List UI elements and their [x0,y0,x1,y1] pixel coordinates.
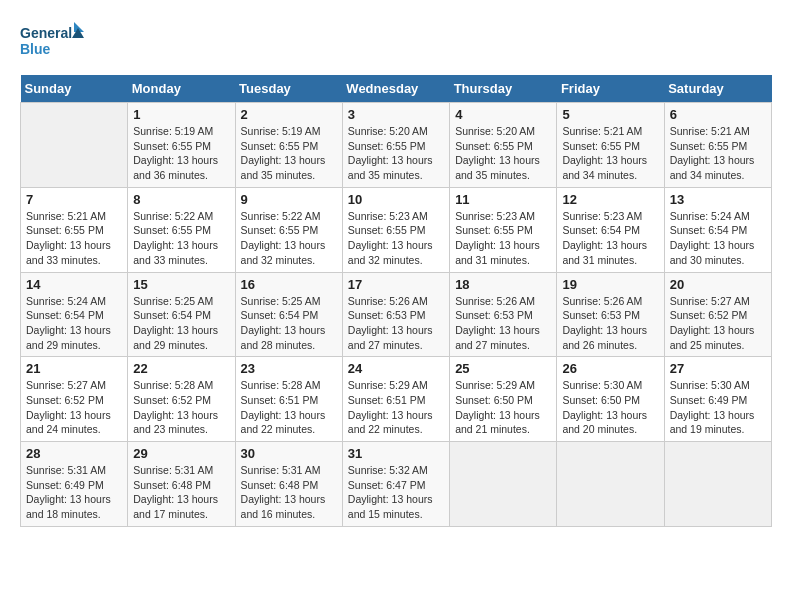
day-number: 5 [562,107,658,122]
svg-marker-3 [72,28,84,38]
day-number: 23 [241,361,337,376]
day-info: Sunrise: 5:27 AMSunset: 6:52 PMDaylight:… [670,294,766,353]
day-number: 17 [348,277,444,292]
header-day-saturday: Saturday [664,75,771,103]
calendar-cell: 12Sunrise: 5:23 AMSunset: 6:54 PMDayligh… [557,187,664,272]
day-info: Sunrise: 5:30 AMSunset: 6:49 PMDaylight:… [670,378,766,437]
day-number: 30 [241,446,337,461]
calendar-cell: 27Sunrise: 5:30 AMSunset: 6:49 PMDayligh… [664,357,771,442]
calendar-cell: 23Sunrise: 5:28 AMSunset: 6:51 PMDayligh… [235,357,342,442]
calendar-header-row: SundayMondayTuesdayWednesdayThursdayFrid… [21,75,772,103]
day-number: 24 [348,361,444,376]
calendar-cell [21,103,128,188]
day-info: Sunrise: 5:31 AMSunset: 6:48 PMDaylight:… [241,463,337,522]
day-number: 13 [670,192,766,207]
day-number: 26 [562,361,658,376]
day-info: Sunrise: 5:23 AMSunset: 6:54 PMDaylight:… [562,209,658,268]
day-number: 3 [348,107,444,122]
calendar-cell: 26Sunrise: 5:30 AMSunset: 6:50 PMDayligh… [557,357,664,442]
calendar-table: SundayMondayTuesdayWednesdayThursdayFrid… [20,75,772,527]
day-info: Sunrise: 5:28 AMSunset: 6:51 PMDaylight:… [241,378,337,437]
calendar-cell: 17Sunrise: 5:26 AMSunset: 6:53 PMDayligh… [342,272,449,357]
calendar-cell: 3Sunrise: 5:20 AMSunset: 6:55 PMDaylight… [342,103,449,188]
day-number: 31 [348,446,444,461]
calendar-cell: 9Sunrise: 5:22 AMSunset: 6:55 PMDaylight… [235,187,342,272]
header-day-wednesday: Wednesday [342,75,449,103]
calendar-cell: 4Sunrise: 5:20 AMSunset: 6:55 PMDaylight… [450,103,557,188]
day-info: Sunrise: 5:32 AMSunset: 6:47 PMDaylight:… [348,463,444,522]
day-number: 2 [241,107,337,122]
header-day-sunday: Sunday [21,75,128,103]
calendar-cell: 7Sunrise: 5:21 AMSunset: 6:55 PMDaylight… [21,187,128,272]
day-info: Sunrise: 5:31 AMSunset: 6:49 PMDaylight:… [26,463,122,522]
day-info: Sunrise: 5:20 AMSunset: 6:55 PMDaylight:… [455,124,551,183]
day-number: 25 [455,361,551,376]
calendar-cell: 10Sunrise: 5:23 AMSunset: 6:55 PMDayligh… [342,187,449,272]
day-number: 22 [133,361,229,376]
logo: General Blue [20,20,90,65]
calendar-cell: 8Sunrise: 5:22 AMSunset: 6:55 PMDaylight… [128,187,235,272]
calendar-cell: 1Sunrise: 5:19 AMSunset: 6:55 PMDaylight… [128,103,235,188]
calendar-cell [557,442,664,527]
day-info: Sunrise: 5:19 AMSunset: 6:55 PMDaylight:… [133,124,229,183]
day-info: Sunrise: 5:30 AMSunset: 6:50 PMDaylight:… [562,378,658,437]
day-number: 1 [133,107,229,122]
day-number: 11 [455,192,551,207]
day-info: Sunrise: 5:25 AMSunset: 6:54 PMDaylight:… [241,294,337,353]
day-info: Sunrise: 5:21 AMSunset: 6:55 PMDaylight:… [670,124,766,183]
day-number: 16 [241,277,337,292]
calendar-cell: 18Sunrise: 5:26 AMSunset: 6:53 PMDayligh… [450,272,557,357]
day-info: Sunrise: 5:25 AMSunset: 6:54 PMDaylight:… [133,294,229,353]
day-info: Sunrise: 5:24 AMSunset: 6:54 PMDaylight:… [26,294,122,353]
calendar-cell: 24Sunrise: 5:29 AMSunset: 6:51 PMDayligh… [342,357,449,442]
day-info: Sunrise: 5:22 AMSunset: 6:55 PMDaylight:… [133,209,229,268]
day-info: Sunrise: 5:27 AMSunset: 6:52 PMDaylight:… [26,378,122,437]
day-number: 27 [670,361,766,376]
header-day-monday: Monday [128,75,235,103]
calendar-cell: 30Sunrise: 5:31 AMSunset: 6:48 PMDayligh… [235,442,342,527]
svg-text:General: General [20,25,72,41]
day-number: 20 [670,277,766,292]
day-info: Sunrise: 5:26 AMSunset: 6:53 PMDaylight:… [562,294,658,353]
logo-svg: General Blue [20,20,90,65]
calendar-cell: 15Sunrise: 5:25 AMSunset: 6:54 PMDayligh… [128,272,235,357]
day-number: 28 [26,446,122,461]
calendar-cell: 2Sunrise: 5:19 AMSunset: 6:55 PMDaylight… [235,103,342,188]
calendar-cell: 5Sunrise: 5:21 AMSunset: 6:55 PMDaylight… [557,103,664,188]
calendar-cell: 11Sunrise: 5:23 AMSunset: 6:55 PMDayligh… [450,187,557,272]
day-info: Sunrise: 5:22 AMSunset: 6:55 PMDaylight:… [241,209,337,268]
day-info: Sunrise: 5:29 AMSunset: 6:51 PMDaylight:… [348,378,444,437]
calendar-cell: 6Sunrise: 5:21 AMSunset: 6:55 PMDaylight… [664,103,771,188]
day-number: 10 [348,192,444,207]
calendar-cell [664,442,771,527]
week-row-2: 7Sunrise: 5:21 AMSunset: 6:55 PMDaylight… [21,187,772,272]
week-row-4: 21Sunrise: 5:27 AMSunset: 6:52 PMDayligh… [21,357,772,442]
calendar-cell: 13Sunrise: 5:24 AMSunset: 6:54 PMDayligh… [664,187,771,272]
header-day-friday: Friday [557,75,664,103]
calendar-cell: 14Sunrise: 5:24 AMSunset: 6:54 PMDayligh… [21,272,128,357]
day-info: Sunrise: 5:19 AMSunset: 6:55 PMDaylight:… [241,124,337,183]
day-info: Sunrise: 5:20 AMSunset: 6:55 PMDaylight:… [348,124,444,183]
day-number: 9 [241,192,337,207]
calendar-cell: 28Sunrise: 5:31 AMSunset: 6:49 PMDayligh… [21,442,128,527]
header: General Blue [20,20,772,65]
header-day-tuesday: Tuesday [235,75,342,103]
day-number: 29 [133,446,229,461]
day-info: Sunrise: 5:26 AMSunset: 6:53 PMDaylight:… [455,294,551,353]
day-info: Sunrise: 5:26 AMSunset: 6:53 PMDaylight:… [348,294,444,353]
week-row-5: 28Sunrise: 5:31 AMSunset: 6:49 PMDayligh… [21,442,772,527]
calendar-cell: 29Sunrise: 5:31 AMSunset: 6:48 PMDayligh… [128,442,235,527]
header-day-thursday: Thursday [450,75,557,103]
day-number: 7 [26,192,122,207]
day-info: Sunrise: 5:21 AMSunset: 6:55 PMDaylight:… [26,209,122,268]
day-info: Sunrise: 5:31 AMSunset: 6:48 PMDaylight:… [133,463,229,522]
day-number: 21 [26,361,122,376]
day-info: Sunrise: 5:24 AMSunset: 6:54 PMDaylight:… [670,209,766,268]
calendar-cell [450,442,557,527]
day-number: 8 [133,192,229,207]
svg-text:Blue: Blue [20,41,51,57]
day-info: Sunrise: 5:28 AMSunset: 6:52 PMDaylight:… [133,378,229,437]
day-number: 14 [26,277,122,292]
calendar-cell: 20Sunrise: 5:27 AMSunset: 6:52 PMDayligh… [664,272,771,357]
day-number: 15 [133,277,229,292]
